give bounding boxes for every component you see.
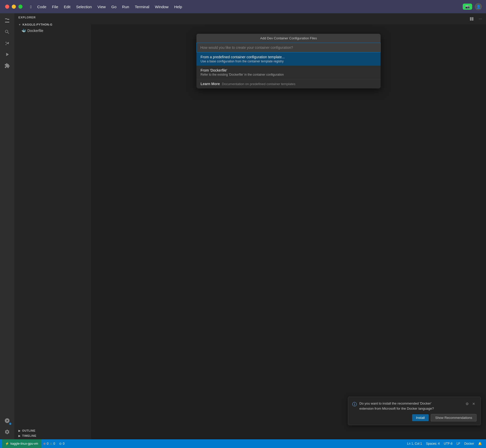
modal-item-predefined-title: From a predefined container configuratio…: [201, 55, 377, 59]
sidebar-item-extensions[interactable]: [2, 61, 12, 71]
menu-run[interactable]: Run: [119, 4, 132, 10]
ports-icon: ⊙: [59, 442, 62, 445]
notification-header: ⓘ Do you want to install the recommended…: [352, 401, 477, 411]
menu-window[interactable]: Window: [152, 4, 171, 10]
status-notifications[interactable]: 🔔: [476, 439, 484, 448]
outline-arrow: ▶: [18, 429, 21, 432]
menu-help[interactable]: Help: [172, 4, 185, 10]
menu-view[interactable]: View: [95, 4, 108, 10]
sidebar-item-search[interactable]: [2, 27, 12, 37]
menu-file[interactable]: File: [49, 4, 61, 10]
learn-more-desc: Documentation on predefined container te…: [222, 82, 295, 86]
command-palette-modal: Add Dev Container Configuration Files Fr…: [196, 34, 381, 88]
language-label: Docker: [464, 442, 474, 445]
modal-learn-more[interactable]: Learn More Documentation on predefined c…: [196, 79, 381, 88]
sidebar-item-source-control[interactable]: [2, 38, 12, 48]
modal-title-bar: Add Dev Container Configuration Files: [196, 34, 381, 43]
install-button[interactable]: Install: [412, 414, 429, 421]
editor-area: ··· Add Dev Container Configuration File…: [91, 13, 486, 439]
close-button[interactable]: [5, 5, 9, 9]
file-tree: ▼ KAGGLE-PYTHON-G 🐳 Dockerfile: [14, 20, 91, 35]
bell-icon: 🔔: [478, 442, 482, 445]
ports-count: 0: [63, 442, 64, 445]
sidebar-item-explorer[interactable]: [2, 16, 12, 26]
folder-name: KAGGLE-PYTHON-G: [23, 23, 52, 26]
run-debug-icon: [4, 52, 10, 57]
notification-line1: Do you want to install the recommended '…: [359, 401, 432, 405]
status-position[interactable]: Ln 1, Col 1: [405, 439, 424, 448]
info-icon: ⓘ: [352, 401, 357, 407]
sidebar-item-run-debug[interactable]: [2, 50, 12, 59]
menu-edit[interactable]: Edit: [61, 4, 73, 10]
explorer-icon: [4, 18, 10, 24]
dockerfile-icon: 🐳: [21, 29, 26, 33]
warning-icon: ⚠: [50, 442, 52, 445]
outline-section[interactable]: ▶ OUTLINE: [14, 428, 91, 433]
modal-item-dockerfile-desc: Refer to the existing 'Dockerfile' in th…: [201, 73, 377, 76]
timeline-arrow: ▶: [18, 434, 21, 437]
traffic-lights: [5, 5, 23, 9]
status-remote[interactable]: ⚡ kaggle-linux-gpu-vm: [2, 439, 41, 448]
file-item-dockerfile[interactable]: 🐳 Dockerfile: [14, 28, 91, 34]
sidebar-bottom-sections: ▶ OUTLINE ▶ TIMELINE: [14, 428, 91, 439]
sidebar-item-settings[interactable]: [2, 427, 12, 437]
menu-go[interactable]: Go: [109, 4, 119, 10]
error-icon: ⊗: [43, 442, 46, 445]
sidebar: Explorer ▼ KAGGLE-PYTHON-G 🐳 Dockerfile …: [14, 13, 91, 439]
notification-text: Do you want to install the recommended '…: [359, 401, 460, 411]
modal-search-input[interactable]: [196, 43, 381, 52]
learn-more-label: Learn More: [201, 82, 220, 86]
gear-icon: [4, 429, 10, 435]
status-spaces[interactable]: Spaces: 4: [424, 439, 442, 448]
notification-controls: ⚙ ✕: [464, 401, 477, 407]
sidebar-item-remote-explorer[interactable]: 1: [2, 416, 12, 426]
camera-icon: 📷: [465, 5, 470, 9]
status-ports[interactable]: ⊙ 0: [57, 439, 67, 448]
remote-badge: 1: [9, 422, 12, 425]
activity-bottom: 1: [2, 416, 12, 439]
status-bar: ⚡ kaggle-linux-gpu-vm ⊗ 0 ⚠ 0 ⊙ 0 Ln 1, …: [0, 439, 486, 448]
status-eol[interactable]: LF: [455, 439, 462, 448]
avatar[interactable]: 👤: [475, 3, 482, 10]
spaces-label: Spaces: 4: [426, 442, 440, 445]
modal-item-dockerfile-title: From 'Dockerfile': [201, 68, 377, 72]
notification-settings-button[interactable]: ⚙: [464, 401, 470, 407]
modal-item-predefined[interactable]: From a predefined container configuratio…: [196, 52, 381, 66]
remote-icon: ⚡: [5, 442, 9, 445]
modal-item-dockerfile[interactable]: From 'Dockerfile' Refer to the existing …: [196, 66, 381, 79]
status-encoding[interactable]: UTF-8: [442, 439, 455, 448]
file-name: Dockerfile: [27, 29, 43, 33]
titlebar:  Code File Edit Selection View Go Run T…: [0, 0, 486, 13]
maximize-button[interactable]: [18, 5, 23, 9]
position-label: Ln 1, Col 1: [407, 442, 422, 445]
notification-popup: ⓘ Do you want to install the recommended…: [348, 397, 481, 425]
camera-button[interactable]: 📷: [463, 4, 472, 10]
source-control-icon: [4, 40, 10, 46]
modal-list: From a predefined container configuratio…: [196, 52, 381, 88]
activity-bar: 1: [0, 13, 14, 439]
notification-close-button[interactable]: ✕: [471, 401, 477, 407]
modal-overlay: Add Dev Container Configuration Files Fr…: [91, 13, 486, 439]
timeline-label: TIMELINE: [22, 434, 37, 437]
status-errors[interactable]: ⊗ 0 ⚠ 0: [41, 439, 57, 448]
notification-line2: extension from Microsoft for the Docker …: [359, 407, 434, 410]
error-count: 0: [47, 442, 49, 445]
timeline-section[interactable]: ▶ TIMELINE: [14, 433, 91, 438]
sidebar-header: Explorer: [14, 13, 91, 20]
show-recommendations-button[interactable]: Show Recommendations: [431, 414, 477, 421]
minimize-button[interactable]: [12, 5, 16, 9]
modal-item-predefined-desc: Use a base configuration from the contai…: [201, 60, 377, 63]
outline-label: OUTLINE: [22, 429, 36, 432]
menu-selection[interactable]: Selection: [73, 4, 94, 10]
main-layout: 1 Explorer ▼ KAGGLE-PYTHON-G 🐳 Dockerfil…: [0, 13, 486, 439]
folder-arrow: ▼: [18, 23, 21, 26]
extensions-icon: [4, 63, 10, 68]
encoding-label: UTF-8: [444, 442, 452, 445]
status-language[interactable]: Docker: [462, 439, 476, 448]
folder-item[interactable]: ▼ KAGGLE-PYTHON-G: [14, 21, 91, 28]
apple-menu[interactable]: : [28, 4, 34, 10]
eol-label: LF: [457, 442, 460, 445]
avatar-icon: 👤: [476, 5, 481, 9]
menu-terminal[interactable]: Terminal: [132, 4, 152, 10]
menu-code[interactable]: Code: [35, 4, 49, 10]
